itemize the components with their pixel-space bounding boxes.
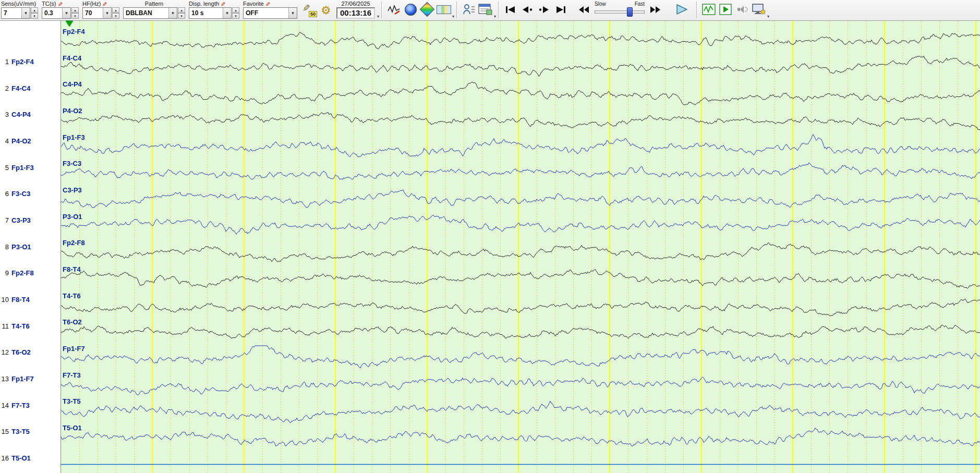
channel-row[interactable]: 11T4-T6 [0,322,60,331]
waveform-annotation-button[interactable] [386,2,402,17]
rewind-button[interactable] [576,2,592,17]
channel-label: T5-O1 [11,454,31,462]
channel-number: 13 [0,375,9,383]
montage-settings-button[interactable] [478,2,493,17]
go-to-end-button[interactable] [553,2,568,17]
channel-row[interactable]: 2F4-C4 [0,84,60,93]
spinner-down-icon[interactable]: ▾ [112,13,119,19]
network-settings-button[interactable] [751,2,767,17]
brain-map-button[interactable] [403,2,418,17]
channel-row[interactable]: 10F8-T4 [0,295,60,304]
skip-to-end-icon [555,6,566,14]
favorite-value: OFF [244,8,288,18]
channel-number: 14 [0,402,9,409]
spinner-down-icon[interactable]: ▾ [31,13,38,19]
channel-number: 6 [0,190,9,198]
montage-more-arrow-icon[interactable]: ▾ [494,14,496,19]
spectral-map-button[interactable] [419,2,435,17]
sensitivity-group: Sens(uV/mm) 7 ▾ ▴ ▾ [1,1,38,19]
time-constant-select[interactable]: 0.3 ▾ [42,7,71,19]
time-constant-label: TC(s) [42,1,56,7]
channel-number: 9 [0,269,9,277]
channel-row[interactable]: 12T6-O2 [0,348,60,357]
go-to-start-button[interactable] [503,2,518,17]
position-marker-icon[interactable] [66,21,73,27]
channel-sidebar: 1Fp2-F42F4-C43C4-P44P4-O25Fp1-F36F3-C37C… [0,21,61,473]
chevron-down-icon[interactable]: ▾ [62,8,70,18]
sensitivity-select[interactable]: 7 ▾ [1,7,30,19]
channel-row[interactable]: 4P4-O2 [0,137,60,145]
channel-row[interactable]: 8P3-O1 [0,242,60,251]
monitor-waveform-button[interactable] [701,2,717,17]
channel-label: F8-T4 [11,296,30,304]
channel-row[interactable]: 5Fp1-F3 [0,163,60,172]
channel-label: T6-O2 [11,348,31,356]
channel-row[interactable]: 6F3-C3 [0,189,60,198]
high-freq-filter-select[interactable]: 70 ▾ [82,7,112,19]
eeg-trace-area[interactable]: Fp2-F4F4-C4C4-P4P4-O2Fp1-F3F3-C3C3-P3P3-… [61,21,980,473]
channel-label: Fp1-F3 [11,164,34,172]
play-button[interactable] [674,2,689,17]
display-length-select[interactable]: 10 s ▾ [189,7,232,19]
channel-number: 12 [0,348,9,356]
settings-button[interactable]: ⚙ [318,3,334,18]
audio-button[interactable] [734,2,750,17]
time-constant-group: TC(s)✎ 0.3 ▾ ▴ ▾ [42,1,79,19]
datetime-more-arrow-icon[interactable]: ▾ [377,14,379,19]
map-more-arrow-icon[interactable]: ▾ [452,14,454,19]
channel-label: T3-T5 [11,428,30,435]
channel-row[interactable]: 15T3-T5 [0,427,60,436]
pattern-spinner[interactable]: ▴ ▾ [178,7,185,19]
chevron-down-icon[interactable]: ▾ [21,8,30,18]
channel-row[interactable]: 3C4-P4 [0,110,60,119]
eeg-waveform-canvas[interactable] [61,21,980,473]
review-play-button[interactable] [718,2,733,17]
fast-rewind-icon [578,6,590,14]
spinner-down-icon[interactable]: ▾ [71,13,79,19]
sensitivity-value: 7 [2,8,21,18]
channel-row[interactable]: 7C3-P3 [0,216,60,225]
channel-row[interactable]: 16T5-O1 [0,454,60,463]
fast-forward-button[interactable] [647,2,663,17]
channel-label: P3-O1 [11,243,31,251]
sensitivity-spinner[interactable]: ▴ ▾ [31,7,38,19]
spinner-down-icon[interactable]: ▾ [232,13,239,19]
spinner-down-icon[interactable]: ▾ [178,13,185,19]
channel-row[interactable]: 9Fp2-F8 [0,269,60,277]
step-back-icon [522,6,533,14]
favorite-select[interactable]: OFF ▾ [243,7,297,19]
chevron-down-icon[interactable]: ▾ [103,8,111,18]
step-back-button[interactable] [519,2,535,17]
spinner-up-icon[interactable]: ▴ [112,7,119,13]
speed-slider[interactable] [595,7,645,16]
chevron-down-icon[interactable]: ▾ [288,8,297,18]
high-freq-filter-group: HF(Hz)✎ 70 ▾ ▴ ▾ [82,1,119,19]
spinner-up-icon[interactable]: ▴ [178,7,185,13]
spinner-up-icon[interactable]: ▴ [71,7,79,13]
step-forward-button[interactable] [536,2,552,17]
network-monitor-icon [752,3,766,16]
spinner-up-icon[interactable]: ▴ [232,7,239,13]
slider-handle[interactable] [627,7,633,17]
slider-rail [595,10,645,14]
notch-filter-button[interactable]: ✎ 50 [301,3,317,18]
pattern-select[interactable]: DBLBAN ▾ [123,7,177,19]
channel-number: 10 [0,296,9,304]
spinner-up-icon[interactable]: ▴ [31,7,38,13]
display-length-spinner[interactable]: ▴ ▾ [232,7,239,19]
channel-row[interactable]: 1Fp2-F4 [0,57,60,66]
fast-forward-icon [649,6,661,14]
channel-row[interactable]: 13Fp1-F7 [0,374,60,383]
toolbar-more-arrow-icon[interactable]: ▾ [767,14,769,19]
edit-pen-icon: ✎ [265,2,270,7]
channel-label: F7-T3 [11,402,30,409]
chevron-down-icon[interactable]: ▾ [223,8,231,18]
monitor-waveform-icon [702,4,716,15]
display-length-group: Disp. length✎ 10 s ▾ ▴ ▾ [189,1,239,19]
patient-info-button[interactable] [461,2,477,17]
time-constant-spinner[interactable]: ▴ ▾ [71,7,79,19]
trend-map-button[interactable] [436,2,452,17]
chevron-down-icon[interactable]: ▾ [168,8,177,18]
channel-row[interactable]: 14F7-T3 [0,401,60,410]
high-freq-filter-spinner[interactable]: ▴ ▾ [112,7,119,19]
